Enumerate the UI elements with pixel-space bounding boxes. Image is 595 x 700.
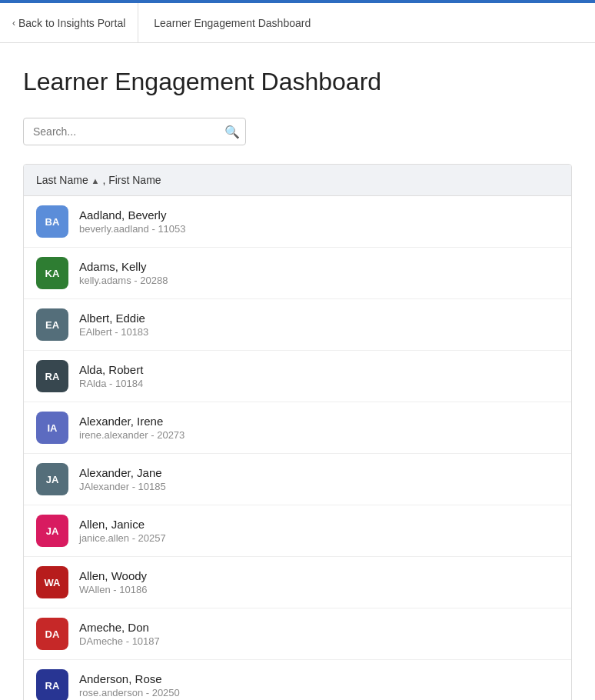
learner-info: Albert, EddieEAlbert - 10183: [79, 312, 148, 338]
learner-info: Ameche, DonDAmeche - 10187: [79, 621, 160, 647]
nav-page-title: Learner Engagement Dashboard: [138, 17, 326, 29]
table-header[interactable]: Last Name ▲ , First Name: [24, 165, 571, 196]
learner-name: Anderson, Rose: [79, 672, 180, 685]
learner-row[interactable]: EAAlbert, EddieEAlbert - 10183: [24, 299, 571, 351]
avatar: RA: [36, 669, 68, 700]
search-container: 🔍: [23, 118, 246, 145]
learner-name: Adams, Kelly: [79, 260, 168, 273]
learner-info: Alexander, JaneJAlexander - 10185: [79, 466, 166, 492]
avatar: EA: [36, 308, 68, 341]
learner-username-id: JAlexander - 10185: [79, 481, 166, 492]
search-input[interactable]: [23, 118, 246, 145]
top-nav: ‹ Back to Insights Portal Learner Engage…: [0, 3, 595, 43]
learner-row[interactable]: RAAnderson, Roserose.anderson - 20250: [24, 660, 571, 700]
back-chevron-icon: ‹: [12, 18, 15, 28]
avatar: IA: [36, 412, 68, 444]
search-icon: 🔍: [224, 125, 240, 138]
page-title: Learner Engagement Dashboard: [23, 68, 572, 96]
learner-list: BAAadland, Beverlybeverly.aadland - 1105…: [24, 196, 571, 700]
learner-row[interactable]: JAAlexander, JaneJAlexander - 10185: [24, 454, 571, 505]
learner-row[interactable]: IAAlexander, Ireneirene.alexander - 2027…: [24, 402, 571, 454]
learner-name: Ameche, Don: [79, 621, 160, 634]
search-button[interactable]: 🔍: [224, 125, 240, 139]
learner-info: Allen, WoodyWAllen - 10186: [79, 569, 147, 595]
learner-table: Last Name ▲ , First Name BAAadland, Beve…: [23, 164, 572, 700]
avatar: KA: [36, 257, 68, 289]
learner-username-id: irene.alexander - 20273: [79, 429, 184, 441]
learner-name: Albert, Eddie: [79, 312, 148, 325]
learner-row[interactable]: WAAllen, WoodyWAllen - 10186: [24, 557, 571, 608]
learner-username-id: rose.anderson - 20250: [79, 687, 180, 698]
learner-info: Anderson, Roserose.anderson - 20250: [79, 672, 180, 698]
avatar: BA: [36, 205, 68, 238]
avatar: DA: [36, 618, 68, 650]
learner-info: Adams, Kellykelly.adams - 20288: [79, 260, 168, 286]
learner-username-id: DAmeche - 10187: [79, 635, 160, 647]
learner-row[interactable]: BAAadland, Beverlybeverly.aadland - 1105…: [24, 196, 571, 248]
learner-name: Allen, Janice: [79, 518, 166, 531]
learner-name: Alexander, Irene: [79, 415, 184, 428]
learner-username-id: EAlbert - 10183: [79, 326, 148, 338]
sort-arrow-icon: ▲: [91, 176, 100, 185]
avatar: JA: [36, 463, 68, 495]
column-label: Last Name: [36, 174, 88, 186]
learner-row[interactable]: RAAlda, RobertRAlda - 10184: [24, 351, 571, 402]
learner-username-id: janice.allen - 20257: [79, 532, 166, 544]
learner-username-id: WAllen - 10186: [79, 584, 147, 595]
avatar: RA: [36, 360, 68, 392]
learner-username-id: kelly.adams - 20288: [79, 275, 168, 286]
learner-username-id: RAlda - 10184: [79, 378, 143, 389]
learner-row[interactable]: JAAllen, Janicejanice.allen - 20257: [24, 505, 571, 557]
back-label: Back to Insights Portal: [18, 17, 125, 29]
back-link[interactable]: ‹ Back to Insights Portal: [0, 3, 138, 42]
learner-info: Aadland, Beverlybeverly.aadland - 11053: [79, 208, 186, 235]
learner-username-id: beverly.aadland - 11053: [79, 223, 186, 235]
learner-name: Allen, Woody: [79, 569, 147, 582]
avatar: JA: [36, 515, 68, 547]
learner-row[interactable]: KAAdams, Kellykelly.adams - 20288: [24, 248, 571, 299]
learner-row[interactable]: DAAmeche, DonDAmeche - 10187: [24, 608, 571, 660]
avatar: WA: [36, 566, 68, 598]
learner-info: Alda, RobertRAlda - 10184: [79, 363, 143, 389]
column-suffix: , First Name: [102, 174, 161, 186]
learner-info: Allen, Janicejanice.allen - 20257: [79, 518, 166, 544]
learner-name: Alexander, Jane: [79, 466, 166, 479]
learner-info: Alexander, Ireneirene.alexander - 20273: [79, 415, 184, 441]
learner-name: Alda, Robert: [79, 363, 143, 376]
learner-name: Aadland, Beverly: [79, 208, 186, 222]
